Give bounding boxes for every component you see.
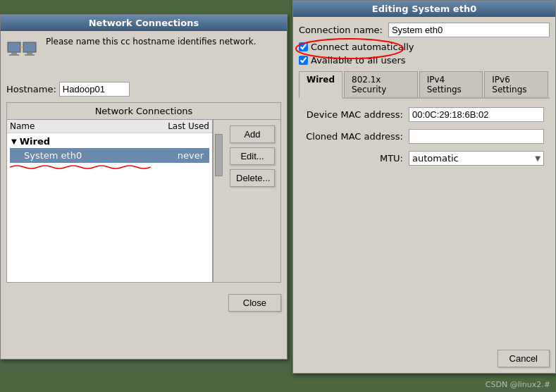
wired-header: ▼ Wired — [10, 135, 209, 148]
svg-rect-2 — [9, 54, 19, 56]
connections-list[interactable]: Name Last Used ▼ Wired System eth0 never — [7, 120, 213, 282]
available-to-all-users-row: Available to all users — [299, 55, 550, 66]
conn-name-row: Connection name: — [299, 23, 550, 37]
connections-scrollbar[interactable] — [213, 120, 224, 282]
mtu-value: automatic — [412, 153, 459, 164]
hostname-label: Hostname: — [6, 84, 56, 94]
wired-arrow-icon: ▼ — [11, 137, 17, 145]
svg-rect-3 — [23, 42, 36, 52]
close-button[interactable]: Close — [228, 294, 281, 312]
wired-tab-content: Device MAC address: Cloned MAC address: … — [299, 99, 550, 181]
tabs-bar: Wired 802.1x Security IPv4 Settings IPv6… — [299, 71, 550, 99]
connection-name: System eth0 — [24, 150, 178, 161]
connection-row[interactable]: System eth0 never — [10, 148, 209, 163]
editing-bottom-buttons: Cancel — [498, 350, 550, 367]
hostname-notice-text: Please name this cc hostname identifies … — [46, 37, 257, 47]
connection-last-used: never — [178, 150, 204, 161]
device-mac-input[interactable] — [409, 107, 544, 122]
connection-name-label: Connection name: — [299, 25, 383, 35]
available-to-all-users-label: Available to all users — [311, 55, 406, 66]
tab-ipv4[interactable]: IPv4 Settings — [419, 71, 483, 97]
scrollbar-thumb[interactable] — [215, 134, 223, 176]
connections-inner: Name Last Used ▼ Wired System eth0 never — [7, 120, 280, 282]
action-buttons: Add Edit... Delete... — [224, 120, 280, 282]
net-close-area: Close — [1, 288, 287, 317]
connection-name-input[interactable] — [388, 23, 550, 37]
squiggly-annotation — [10, 163, 151, 171]
col-name-header: Name — [10, 121, 153, 131]
connect-automatically-row: Connect automatically — [299, 42, 550, 52]
mtu-row: MTU: automatic ▼ — [304, 151, 544, 166]
connect-automatically-label: Connect automatically — [311, 42, 414, 52]
col-lastused-header: Last Used — [153, 121, 209, 131]
cloned-mac-label: Cloned MAC address: — [304, 131, 403, 142]
svg-rect-0 — [8, 42, 20, 52]
desktop: Network Connections Please name this cc … — [0, 0, 556, 392]
mtu-select[interactable]: automatic ▼ — [409, 151, 544, 166]
wired-group: ▼ Wired System eth0 never — [7, 133, 212, 173]
editing-title: Editing System eth0 — [372, 4, 476, 14]
network-connections-titlebar: Network Connections — [1, 15, 287, 31]
svg-rect-1 — [11, 52, 17, 54]
device-mac-label: Device MAC address: — [304, 109, 403, 120]
mtu-label: MTU: — [304, 153, 403, 164]
connect-automatically-checkbox[interactable] — [299, 42, 308, 51]
connections-list-header: Name Last Used — [7, 120, 212, 133]
network-connections-title: Network Connections — [89, 18, 199, 28]
edit-button[interactable]: Edit... — [230, 147, 275, 165]
hostname-row: Hostname: — [1, 79, 287, 99]
add-button[interactable]: Add — [230, 125, 275, 143]
editing-window: Editing System eth0 Connection name: Con… — [292, 0, 556, 374]
hostname-notice: Please name this cc hostname identifies … — [46, 37, 257, 47]
svg-rect-5 — [25, 54, 35, 56]
wired-group-label: Wired — [20, 136, 50, 147]
network-icon — [6, 37, 40, 71]
network-connections-window: Network Connections Please name this cc … — [0, 14, 288, 360]
editing-titlebar: Editing System eth0 — [293, 1, 555, 17]
tab-802-1x[interactable]: 802.1x Security — [344, 71, 418, 97]
tab-ipv6[interactable]: IPv6 Settings — [484, 71, 548, 97]
delete-button[interactable]: Delete... — [230, 169, 275, 187]
svg-rect-4 — [27, 52, 32, 54]
watermark: CSDN @linux2.# — [486, 380, 550, 389]
cloned-mac-input[interactable] — [409, 129, 544, 144]
connections-box: Network Connections Name Last Used ▼ Wir… — [6, 102, 281, 283]
connect-auto-container: Connect automatically — [299, 42, 550, 52]
mtu-dropdown-arrow-icon: ▼ — [535, 154, 540, 162]
tab-wired[interactable]: Wired — [299, 71, 342, 99]
cloned-mac-row: Cloned MAC address: — [304, 129, 544, 144]
cancel-button[interactable]: Cancel — [498, 350, 550, 367]
hostname-input[interactable] — [59, 82, 130, 97]
connections-box-title: Network Connections — [7, 103, 280, 120]
editing-body: Connection name: Connect automatically A… — [293, 17, 555, 187]
available-to-all-users-checkbox[interactable] — [299, 56, 308, 65]
hostname-area: Please name this cc hostname identifies … — [1, 31, 287, 76]
device-mac-row: Device MAC address: — [304, 107, 544, 122]
